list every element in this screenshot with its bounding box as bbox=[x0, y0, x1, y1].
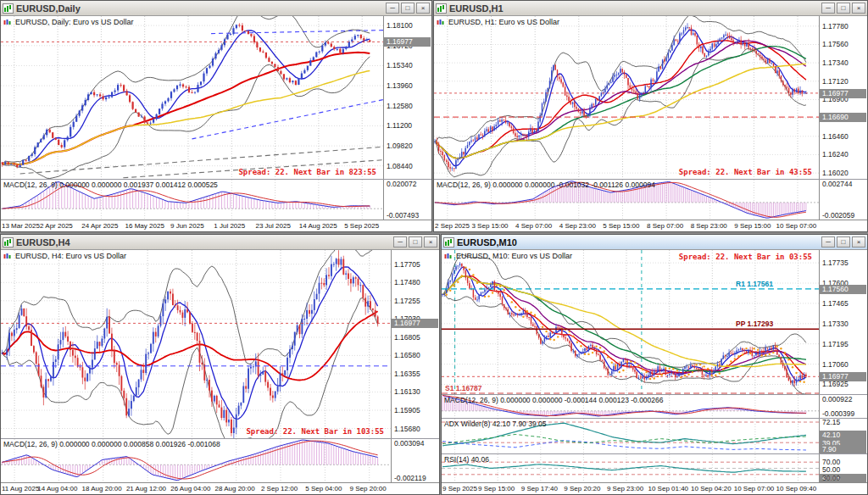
chart-window-icon[interactable] bbox=[443, 237, 454, 248]
price-tick: 1.17465 bbox=[822, 300, 849, 308]
time-label: 28 Aug 20:00 bbox=[215, 485, 255, 492]
time-label: 4 Sep 23:00 bbox=[559, 222, 596, 230]
current-price-box: 1.16977 bbox=[820, 372, 866, 381]
close-button[interactable]: × bbox=[852, 236, 865, 248]
price-tick: 1.16460 bbox=[822, 133, 849, 141]
chart-body[interactable]: EURUSD, H4: Euro vs US DollarSpread: 22.… bbox=[1, 250, 439, 494]
restore-button[interactable]: □ bbox=[837, 3, 850, 14]
macd-pane-plot[interactable]: MACD(12, 26, 9) 0.000000 0.000000 -0.001… bbox=[434, 180, 819, 220]
time-label: 23 Jul 2025 bbox=[255, 222, 290, 230]
time-axis[interactable]: 9 Sep 20259 Sep 15:009 Sep 17:409 Sep 20… bbox=[442, 482, 867, 494]
chart-window-icon[interactable] bbox=[3, 237, 14, 248]
price-tick: 1.15905 bbox=[394, 407, 420, 414]
chart-legend-text: EURUSD, H4: Euro vs US Dollar bbox=[15, 252, 126, 260]
minimize-button[interactable]: ─ bbox=[386, 3, 399, 14]
time-label: 9 Sep 20:20 bbox=[564, 485, 600, 492]
minimize-button[interactable]: ─ bbox=[821, 3, 835, 14]
window-titlebar[interactable]: EURUSD,H1 ─ □ × bbox=[434, 1, 867, 16]
time-label: 8 Sep 07:00 bbox=[647, 222, 683, 230]
window-titlebar[interactable]: EURUSD,M10 ─ □ × bbox=[442, 235, 867, 250]
adx-pane-plot[interactable]: ADX Wilder(8) 42.10 7.90 39.05 bbox=[442, 419, 819, 453]
restore-button[interactable]: □ bbox=[409, 236, 422, 248]
chart-window-icon[interactable] bbox=[436, 3, 447, 14]
macd-pane-plot[interactable]: MACD(12, 26, 9) 0.000000 0.000000 0.0008… bbox=[1, 439, 391, 482]
time-axis[interactable]: 11 Aug 202514 Aug 04:0018 Aug 20:0021 Au… bbox=[1, 482, 439, 494]
chart-window-daily: EURUSD,Daily ─ □ × EURUSD, Daily: Euro v… bbox=[0, 0, 432, 232]
candlestick-chart bbox=[1, 16, 383, 179]
macd-pane-row: MACD(12, 26, 9) 0.000000 0.000000 -0.001… bbox=[434, 179, 867, 220]
minimize-button[interactable]: ─ bbox=[821, 236, 835, 248]
price-tick: 1.09820 bbox=[387, 142, 413, 150]
chart-legend-text: EURUSD, M10: Euro vs US Dollar bbox=[456, 252, 572, 260]
price-axis: 1.177351.176001.174651.173301.171951.170… bbox=[819, 250, 867, 394]
price-tick: 1.16355 bbox=[394, 370, 420, 378]
time-label: 24 Apr 2025 bbox=[81, 222, 118, 230]
chart-window-icon[interactable] bbox=[3, 3, 14, 14]
current-price-box: 1.16977 bbox=[384, 37, 431, 47]
price-tick: 1.11200 bbox=[387, 122, 412, 130]
time-label: 10 Sep 07:00 bbox=[734, 485, 775, 492]
main-chart-row: EURUSD, H1: Euro vs US DollarSpread: 22.… bbox=[434, 16, 867, 179]
time-label: 5 Sep 15:00 bbox=[603, 222, 639, 230]
time-label: 21 Aug 12:00 bbox=[126, 485, 166, 492]
spread-countdown-text: Spread: 22. Next Bar in 823:55 bbox=[238, 168, 376, 176]
time-label: 10 Sep 09:40 bbox=[776, 485, 817, 492]
rsi-indicator-label: RSI(14) 40.06 bbox=[444, 455, 489, 464]
price-tick: 1.15680 bbox=[394, 425, 420, 433]
indicator-scale-tick: 50.00 bbox=[822, 466, 840, 474]
macd-pane-row: MACD(12, 26, 9) 0.000000 0.000000 0.0019… bbox=[1, 179, 431, 220]
adx-pane-axis: 72.1542.1039.0525.007.90 bbox=[819, 419, 867, 453]
time-label: 9 Sep 20:00 bbox=[350, 485, 387, 492]
window-titlebar[interactable]: EURUSD,Daily ─ □ × bbox=[1, 1, 431, 16]
price-tick: 1.16020 bbox=[822, 170, 849, 177]
price-tick: 1.18100 bbox=[387, 22, 413, 30]
chart-body[interactable]: EURUSD, H1: Euro vs US DollarSpread: 22.… bbox=[434, 16, 867, 231]
price-tick: 1.12580 bbox=[387, 103, 413, 110]
main-chart-row: EURUSD, Daily: Euro vs US DollarSpread: … bbox=[1, 16, 431, 179]
main-chart-plot[interactable]: R1 1.17561PP 1.17293S1 1.16787EURUSD, M1… bbox=[442, 250, 819, 394]
time-label: 11 Aug 2025 bbox=[2, 485, 39, 492]
price-tick: 1.16240 bbox=[822, 151, 849, 159]
time-label: 14 Aug 04:00 bbox=[37, 485, 77, 492]
restore-button[interactable]: □ bbox=[401, 3, 415, 14]
rsi-indicator-canvas bbox=[442, 454, 819, 482]
time-label: 10 Sep 04:20 bbox=[691, 485, 732, 492]
chart-body[interactable]: EURUSD, Daily: Euro vs US DollarSpread: … bbox=[1, 16, 431, 231]
window-title: EURUSD,Daily bbox=[16, 3, 383, 14]
price-axis: 1.177801.175601.173401.171201.169001.166… bbox=[819, 16, 867, 179]
time-label: 9 Sep 15:00 bbox=[734, 222, 771, 230]
price-tick: 1.17060 bbox=[822, 361, 849, 369]
rsi-pane-plot[interactable]: RSI(14) 40.06 bbox=[442, 454, 819, 482]
restore-button[interactable]: □ bbox=[837, 236, 850, 248]
close-button[interactable]: × bbox=[416, 3, 430, 14]
time-label: 5 Sep 04:00 bbox=[305, 485, 342, 492]
time-label: 4 Sep 07:00 bbox=[515, 222, 552, 230]
adx-indicator-label: ADX Wilder(8) 42.10 7.90 39.05 bbox=[444, 420, 546, 428]
time-label: 8 Sep 23:00 bbox=[691, 222, 727, 230]
price-tick: 1.16580 bbox=[394, 352, 420, 359]
macd-pane-plot[interactable]: MACD(12, 26, 9) 0.000000 0.000000 0.0019… bbox=[1, 180, 383, 220]
time-label: 9 Sep 17:40 bbox=[521, 485, 558, 492]
price-tick: 1.17480 bbox=[394, 279, 420, 286]
main-chart-plot[interactable]: EURUSD, Daily: Euro vs US DollarSpread: … bbox=[1, 16, 383, 179]
macd-pane-plot[interactable]: MACD(12, 26, 9) 0.000000 0.000000 -0.000… bbox=[442, 395, 819, 418]
time-label: 26 Aug 04:00 bbox=[170, 485, 210, 492]
mdi-desktop: EURUSD,Daily ─ □ × EURUSD, Daily: Euro v… bbox=[0, 0, 868, 495]
price-level-label: R1 1.17561 bbox=[736, 280, 773, 288]
time-label: 2 Sep 2025 bbox=[435, 222, 470, 230]
main-chart-plot[interactable]: EURUSD, H4: Euro vs US DollarSpread: 22.… bbox=[1, 250, 391, 438]
main-chart-plot[interactable]: EURUSD, H1: Euro vs US DollarSpread: 22.… bbox=[434, 16, 819, 179]
window-title: EURUSD,H1 bbox=[449, 3, 819, 14]
chart-window-h4: EURUSD,H4 ─ □ × EURUSD, H4: Euro vs US D… bbox=[0, 234, 440, 495]
price-tick: 1.15340 bbox=[387, 62, 413, 70]
time-axis[interactable]: 13 Mar 20252 Apr 202524 Apr 202516 May 2… bbox=[1, 220, 431, 231]
macd-pane-axis: 0.000922-0.000399 bbox=[819, 395, 867, 418]
time-label: 2 Apr 2025 bbox=[40, 222, 73, 230]
chart-body[interactable]: R1 1.17561PP 1.17293S1 1.16787EURUSD, M1… bbox=[442, 250, 867, 494]
minimize-button[interactable]: ─ bbox=[393, 236, 407, 248]
macd-pane-axis: 0.003094-0.002119 bbox=[391, 439, 439, 482]
close-button[interactable]: × bbox=[424, 236, 437, 248]
close-button[interactable]: × bbox=[852, 3, 865, 14]
time-axis[interactable]: 2 Sep 20253 Sep 15:004 Sep 07:004 Sep 23… bbox=[434, 220, 867, 231]
window-titlebar[interactable]: EURUSD,H4 ─ □ × bbox=[1, 235, 439, 250]
